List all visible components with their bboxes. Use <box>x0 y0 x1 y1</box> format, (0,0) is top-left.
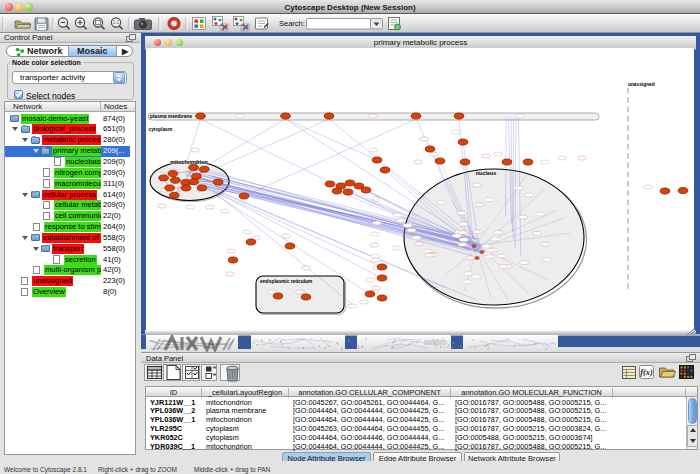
svg-text:unassigned: unassigned <box>628 82 655 87</box>
svg-text:1:1: 1:1 <box>113 20 120 25</box>
svg-text:plasma membrane: plasma membrane <box>150 114 192 119</box>
svg-text:nucleus: nucleus <box>476 170 496 176</box>
svg-text:endoplasmic reticulum: endoplasmic reticulum <box>260 279 312 284</box>
svg-text:mitochondrion: mitochondrion <box>170 159 208 165</box>
svg-text:cytoplasm: cytoplasm <box>149 127 173 132</box>
svg-text:f(x): f(x) <box>640 367 653 377</box>
svg-text:Search:: Search: <box>279 19 305 28</box>
